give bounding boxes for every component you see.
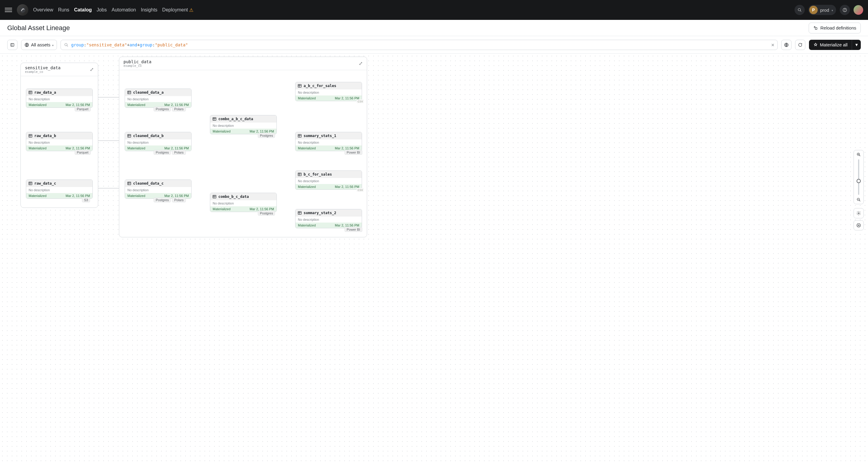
asset-raw_data_c[interactable]: raw_data_cNo descriptionMaterializedMar …	[26, 180, 93, 199]
nav-catalog[interactable]: Catalog	[74, 7, 92, 13]
format-badge: csv	[356, 188, 364, 192]
asset-tags: Postgres	[258, 211, 275, 216]
svg-point-57	[858, 225, 859, 226]
canvas-help-button[interactable]	[854, 220, 864, 230]
asset-status: Materialized	[213, 207, 230, 211]
zoom-out-icon[interactable]	[856, 197, 861, 202]
svg-rect-21	[128, 91, 131, 94]
nav-jobs[interactable]: Jobs	[97, 7, 107, 13]
help-icon[interactable]	[840, 5, 850, 15]
asset-raw_data_a[interactable]: raw_data_aNo descriptionMaterializedMar …	[26, 89, 93, 108]
svg-rect-6	[11, 43, 14, 46]
svg-rect-30	[213, 118, 216, 120]
asset-scope-dropdown[interactable]: All assets	[21, 40, 57, 50]
group-subtitle: example_co	[25, 70, 61, 73]
clear-search-icon[interactable]: ×	[771, 41, 774, 48]
svg-line-2	[800, 10, 801, 11]
search-icon[interactable]	[795, 5, 805, 15]
workspace-switcher[interactable]: P prod	[808, 5, 836, 15]
tag-parquet: Parquet	[75, 106, 91, 112]
asset-status: Materialized	[298, 146, 316, 150]
zoom-slider[interactable]	[858, 159, 859, 195]
asset-description: No description	[26, 96, 92, 102]
svg-point-0	[20, 7, 25, 13]
tag-postgres: Postgres	[154, 150, 171, 155]
lineage-search-input[interactable]: group:"sensitive_data"+ and +group:"publ…	[61, 40, 778, 50]
asset-name: raw_data_a	[34, 90, 56, 95]
refresh-button[interactable]	[795, 40, 805, 50]
zoom-handle[interactable]	[857, 179, 861, 183]
svg-line-10	[67, 45, 68, 46]
svg-point-9	[65, 43, 67, 46]
asset-tags: Parquet	[75, 150, 91, 155]
sidebar-toggle-button[interactable]	[7, 40, 18, 50]
svg-point-4	[844, 11, 845, 11]
asset-time: Mar 2, 11:56 PM	[335, 223, 359, 227]
asset-time: Mar 2, 11:56 PM	[250, 129, 274, 133]
globe-button[interactable]	[781, 40, 792, 50]
asset-cleaned_data_b[interactable]: cleaned_data_bNo descriptionMaterialized…	[125, 132, 191, 151]
asset-cleaned_data_c[interactable]: cleaned_data_cNo descriptionMaterialized…	[125, 180, 191, 199]
svg-rect-27	[128, 182, 131, 185]
chevron-down-icon	[52, 42, 54, 47]
nav-runs[interactable]: Runs	[58, 7, 69, 13]
asset-tags: PostgresPolars	[154, 150, 186, 155]
asset-tags: Parquet	[75, 106, 91, 112]
app-logo[interactable]	[17, 4, 28, 16]
table-icon	[212, 194, 217, 199]
tag-postgres: Postgres	[154, 106, 171, 112]
asset-description: No description	[296, 217, 362, 223]
menu-icon[interactable]	[5, 8, 12, 12]
reload-label: Reload definitions	[820, 25, 856, 30]
reload-definitions-button[interactable]: Reload definitions	[809, 23, 861, 33]
asset-status: Materialized	[127, 103, 145, 106]
user-avatar[interactable]	[854, 5, 863, 15]
group-title: sensitive_data	[25, 65, 61, 70]
zoom-in-icon[interactable]	[856, 152, 861, 157]
table-icon	[28, 181, 33, 186]
svg-point-1	[798, 8, 801, 11]
nav-deployment[interactable]: Deployment⚠	[162, 7, 193, 13]
asset-time: Mar 2, 11:56 PM	[250, 207, 274, 211]
format-badge: csv	[356, 99, 364, 103]
asset-tags: S3	[82, 197, 90, 203]
nav-overview[interactable]: Overview	[33, 7, 53, 13]
svg-rect-18	[29, 182, 32, 185]
asset-time: Mar 2, 11:56 PM	[66, 194, 90, 197]
asset-raw_data_b[interactable]: raw_data_bNo descriptionMaterializedMar …	[26, 132, 93, 151]
tag-postgres: Postgres	[154, 197, 171, 203]
asset-name: cleaned_data_b	[133, 134, 163, 138]
asset-combo_b_c_data[interactable]: combo_b_c_dataNo descriptionMaterialized…	[210, 193, 277, 212]
asset-summary_stats_2[interactable]: summary_stats_2No descriptionMaterialize…	[295, 209, 362, 228]
asset-summary_stats_1[interactable]: summary_stats_1No descriptionMaterialize…	[295, 132, 362, 151]
asset-time: Mar 2, 11:56 PM	[335, 185, 359, 189]
main-nav: OverviewRunsCatalogJobsAutomationInsight…	[33, 7, 193, 13]
asset-time: Mar 2, 11:56 PM	[164, 103, 189, 106]
tag-postgres: Postgres	[258, 133, 275, 138]
nav-insights[interactable]: Insights	[141, 7, 157, 13]
collapse-icon[interactable]: ⤢	[359, 61, 363, 66]
table-icon	[297, 84, 302, 88]
canvas-settings-button[interactable]	[854, 208, 864, 218]
asset-status: Materialized	[29, 194, 46, 197]
asset-a_b_c_for_sales[interactable]: a_b_c_for_salesNo descriptionMaterialize…	[295, 82, 362, 101]
svg-rect-36	[298, 84, 302, 87]
asset-status: Materialized	[29, 103, 46, 106]
collapse-icon[interactable]: ⤢	[90, 67, 94, 72]
materialize-dropdown-button[interactable]: ▾	[852, 40, 861, 50]
asset-combo_a_b_c_data[interactable]: combo_a_b_c_dataNo descriptionMaterializ…	[210, 115, 277, 134]
asset-description: No description	[125, 96, 191, 102]
materialize-all-button[interactable]: Materialize all	[809, 40, 852, 50]
svg-rect-24	[128, 134, 131, 137]
nav-automation[interactable]: Automation	[112, 7, 136, 13]
tag-s3: S3	[82, 197, 90, 203]
asset-description: No description	[296, 140, 362, 146]
asset-time: Mar 2, 11:56 PM	[335, 146, 359, 150]
asset-status: Materialized	[298, 185, 316, 189]
asset-cleaned_data_a[interactable]: cleaned_data_aNo descriptionMaterialized…	[125, 89, 191, 108]
table-icon	[212, 117, 217, 121]
asset-b_c_for_sales[interactable]: b_c_for_salesNo descriptionMaterializedM…	[295, 170, 362, 190]
asset-status: Materialized	[127, 194, 145, 197]
lineage-canvas[interactable]: sensitive_dataexample_co⤢public_dataexam…	[0, 54, 868, 465]
asset-name: raw_data_b	[34, 134, 56, 138]
